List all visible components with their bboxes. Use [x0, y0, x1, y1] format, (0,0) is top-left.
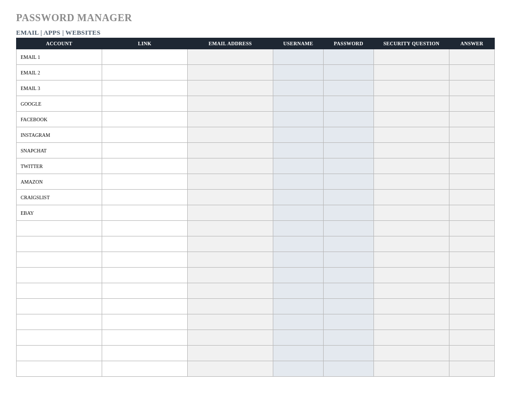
cell-link[interactable]: [102, 65, 188, 80]
cell-email[interactable]: [188, 314, 273, 330]
cell-username[interactable]: [273, 283, 324, 299]
cell-password[interactable]: [324, 174, 374, 190]
cell-email[interactable]: [188, 49, 273, 65]
cell-password[interactable]: [324, 221, 374, 236]
cell-password[interactable]: [324, 65, 374, 80]
cell-account[interactable]: EMAIL 2: [17, 65, 102, 80]
cell-answer[interactable]: [449, 346, 495, 361]
cell-username[interactable]: [273, 361, 324, 377]
cell-account[interactable]: [17, 283, 102, 299]
cell-account[interactable]: FACEBOOK: [17, 112, 102, 127]
cell-link[interactable]: [102, 283, 188, 299]
cell-link[interactable]: [102, 221, 188, 236]
cell-answer[interactable]: [449, 252, 495, 268]
cell-security-question[interactable]: [374, 314, 449, 330]
cell-security-question[interactable]: [374, 361, 449, 377]
cell-link[interactable]: [102, 299, 188, 314]
cell-username[interactable]: [273, 205, 324, 221]
cell-security-question[interactable]: [374, 330, 449, 346]
cell-username[interactable]: [273, 190, 324, 205]
cell-answer[interactable]: [449, 49, 495, 65]
cell-answer[interactable]: [449, 127, 495, 143]
cell-answer[interactable]: [449, 96, 495, 112]
cell-username[interactable]: [273, 65, 324, 80]
cell-password[interactable]: [324, 361, 374, 377]
cell-username[interactable]: [273, 252, 324, 268]
cell-email[interactable]: [188, 112, 273, 127]
cell-security-question[interactable]: [374, 346, 449, 361]
cell-link[interactable]: [102, 80, 188, 96]
cell-answer[interactable]: [449, 236, 495, 252]
cell-account[interactable]: [17, 268, 102, 283]
cell-answer[interactable]: [449, 314, 495, 330]
cell-security-question[interactable]: [374, 65, 449, 80]
cell-account[interactable]: EMAIL 3: [17, 80, 102, 96]
cell-link[interactable]: [102, 174, 188, 190]
cell-answer[interactable]: [449, 190, 495, 205]
cell-security-question[interactable]: [374, 252, 449, 268]
cell-password[interactable]: [324, 112, 374, 127]
cell-security-question[interactable]: [374, 268, 449, 283]
cell-account[interactable]: [17, 314, 102, 330]
cell-email[interactable]: [188, 190, 273, 205]
cell-password[interactable]: [324, 158, 374, 174]
cell-password[interactable]: [324, 96, 374, 112]
cell-answer[interactable]: [449, 221, 495, 236]
cell-password[interactable]: [324, 205, 374, 221]
cell-security-question[interactable]: [374, 143, 449, 158]
cell-email[interactable]: [188, 283, 273, 299]
cell-email[interactable]: [188, 143, 273, 158]
cell-password[interactable]: [324, 236, 374, 252]
cell-username[interactable]: [273, 80, 324, 96]
cell-account[interactable]: [17, 221, 102, 236]
cell-link[interactable]: [102, 346, 188, 361]
cell-email[interactable]: [188, 158, 273, 174]
cell-answer[interactable]: [449, 299, 495, 314]
cell-email[interactable]: [188, 205, 273, 221]
cell-security-question[interactable]: [374, 190, 449, 205]
cell-security-question[interactable]: [374, 205, 449, 221]
cell-link[interactable]: [102, 252, 188, 268]
cell-answer[interactable]: [449, 65, 495, 80]
cell-username[interactable]: [273, 96, 324, 112]
cell-account[interactable]: [17, 252, 102, 268]
cell-username[interactable]: [273, 158, 324, 174]
cell-link[interactable]: [102, 330, 188, 346]
cell-username[interactable]: [273, 143, 324, 158]
cell-security-question[interactable]: [374, 174, 449, 190]
cell-link[interactable]: [102, 361, 188, 377]
cell-account[interactable]: [17, 346, 102, 361]
cell-password[interactable]: [324, 283, 374, 299]
cell-answer[interactable]: [449, 330, 495, 346]
cell-username[interactable]: [273, 49, 324, 65]
cell-security-question[interactable]: [374, 158, 449, 174]
cell-email[interactable]: [188, 174, 273, 190]
cell-account[interactable]: INSTAGRAM: [17, 127, 102, 143]
cell-email[interactable]: [188, 330, 273, 346]
cell-link[interactable]: [102, 127, 188, 143]
cell-answer[interactable]: [449, 361, 495, 377]
cell-username[interactable]: [273, 299, 324, 314]
cell-username[interactable]: [273, 174, 324, 190]
cell-answer[interactable]: [449, 283, 495, 299]
cell-password[interactable]: [324, 314, 374, 330]
cell-email[interactable]: [188, 236, 273, 252]
cell-link[interactable]: [102, 236, 188, 252]
cell-email[interactable]: [188, 65, 273, 80]
cell-answer[interactable]: [449, 143, 495, 158]
cell-answer[interactable]: [449, 112, 495, 127]
cell-password[interactable]: [324, 268, 374, 283]
cell-link[interactable]: [102, 190, 188, 205]
cell-password[interactable]: [324, 330, 374, 346]
cell-password[interactable]: [324, 346, 374, 361]
cell-username[interactable]: [273, 127, 324, 143]
cell-password[interactable]: [324, 252, 374, 268]
cell-account[interactable]: AMAZON: [17, 174, 102, 190]
cell-email[interactable]: [188, 346, 273, 361]
cell-email[interactable]: [188, 80, 273, 96]
cell-username[interactable]: [273, 236, 324, 252]
cell-account[interactable]: SNAPCHAT: [17, 143, 102, 158]
cell-link[interactable]: [102, 143, 188, 158]
cell-email[interactable]: [188, 268, 273, 283]
cell-password[interactable]: [324, 80, 374, 96]
